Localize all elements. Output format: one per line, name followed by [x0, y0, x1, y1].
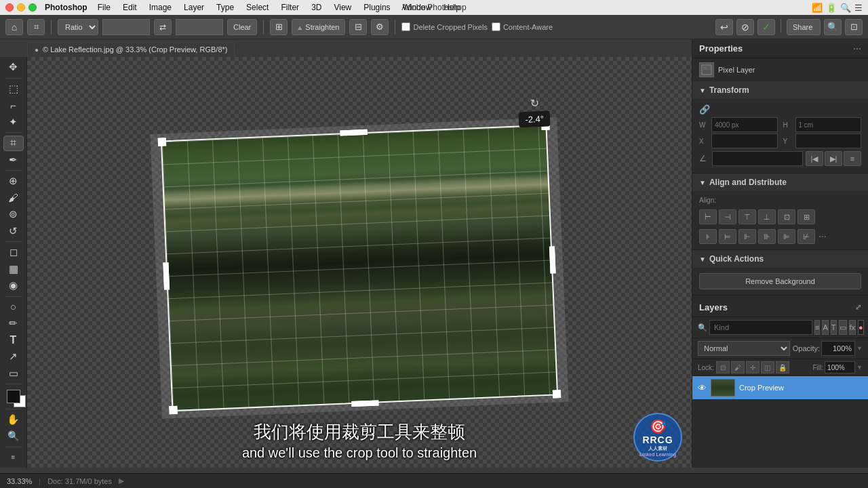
menu-select[interactable]: Select	[241, 1, 273, 14]
prev-frame-btn[interactable]: |◀	[806, 151, 823, 166]
color-swatches[interactable]	[7, 390, 20, 403]
dist-center-h[interactable]: ⊨	[719, 229, 736, 244]
menu-layer[interactable]: Layer	[179, 1, 209, 14]
align-header[interactable]: ▼ Align and Distribute	[692, 174, 868, 191]
pen-tool[interactable]: ✏	[3, 316, 24, 331]
align-bottom-edge[interactable]: ⊞	[797, 209, 815, 224]
next-frame-btn[interactable]: ▶|	[825, 151, 842, 166]
align-right-edge[interactable]: ⊤	[738, 209, 756, 224]
menu-type[interactable]: Type	[212, 1, 239, 14]
lock-position[interactable]: ✛	[746, 361, 760, 373]
straighten-button[interactable]: ⟁ Straighten	[292, 19, 345, 35]
clone-tool[interactable]: ⊚	[3, 207, 24, 222]
transform-header[interactable]: ▼ Transform	[692, 81, 868, 99]
dist-bottom[interactable]: ⊬	[797, 229, 815, 244]
delete-cropped-checkbox[interactable]	[401, 22, 410, 31]
lasso-tool[interactable]: ⌐	[3, 98, 24, 113]
menu-filter[interactable]: Filter	[276, 1, 304, 14]
control-center-icon[interactable]: ☰	[854, 3, 863, 13]
menu-file[interactable]: File	[93, 1, 115, 14]
close-tab-icon[interactable]: ●	[35, 46, 39, 54]
minimize-button[interactable]	[17, 3, 25, 12]
layer-filter-toggle[interactable]: ●	[858, 320, 864, 335]
layer-visibility-icon[interactable]: 👁	[698, 383, 707, 393]
settings-icon[interactable]: ⚙	[371, 19, 389, 35]
height-input[interactable]	[795, 117, 862, 132]
swap-icon[interactable]: ⇄	[154, 19, 172, 35]
layers-expand-icon[interactable]: ⤢	[855, 303, 861, 312]
crop-tool[interactable]: ⌗	[3, 136, 24, 151]
more-frame-btn[interactable]: ≡	[844, 151, 861, 166]
shape-tool[interactable]: ▭	[3, 366, 24, 382]
expand-icon[interactable]: ⋯	[853, 44, 861, 54]
dist-left[interactable]: ⊧	[699, 229, 717, 244]
align-center-h[interactable]: ⊣	[719, 209, 736, 224]
dodge-tool[interactable]: ○	[3, 299, 24, 314]
marquee-tool[interactable]: ⬚	[3, 81, 24, 96]
clear-button[interactable]: Clear	[227, 19, 257, 35]
layer-effect-filter[interactable]: fx	[849, 320, 856, 335]
layer-text-filter[interactable]: T	[831, 320, 837, 335]
layer-type-filter[interactable]: ≡	[814, 320, 820, 335]
canvas-area[interactable]: -2.4° ↻	[27, 57, 692, 468]
layers-search-input[interactable]	[709, 320, 812, 335]
magic-wand-tool[interactable]: ✦	[3, 114, 24, 129]
hand-tool[interactable]: ✋	[3, 412, 24, 428]
delete-cropped-group[interactable]: Delete Cropped Pixels	[401, 22, 487, 31]
menu-image[interactable]: Image	[144, 1, 176, 14]
menu-view[interactable]: View	[329, 1, 356, 14]
ratio-select[interactable]: Ratio	[58, 19, 98, 35]
home-button[interactable]: ⌂	[5, 19, 23, 35]
type-tool[interactable]: T	[3, 332, 24, 348]
layer-shape-filter[interactable]: ▭	[839, 320, 847, 335]
history-brush-tool[interactable]: ↺	[3, 224, 24, 239]
grid-options-icon[interactable]: ⊟	[349, 19, 367, 35]
content-aware-group[interactable]: Content-Aware	[492, 22, 553, 31]
dist-right[interactable]: ⊩	[738, 229, 756, 244]
align-top-edge[interactable]: ⊥	[758, 209, 776, 224]
lock-all[interactable]: 🔒	[776, 361, 789, 373]
menu-3d[interactable]: 3D	[307, 1, 326, 14]
foreground-color[interactable]	[7, 390, 20, 403]
align-center-v[interactable]: ⊡	[778, 209, 795, 224]
blend-mode-select[interactable]: Normal	[698, 341, 790, 356]
dist-center-v[interactable]: ⊫	[778, 229, 795, 244]
blur-tool[interactable]: ◉	[3, 278, 24, 293]
zoom-tool[interactable]: 🔍	[3, 428, 24, 444]
layer-adjust-filter[interactable]: A	[822, 320, 828, 335]
extra-tools-toggle[interactable]: ≡	[3, 449, 24, 465]
align-left-edge[interactable]: ⊢	[699, 209, 717, 224]
ratio-height-input[interactable]	[176, 19, 223, 35]
confirm-crop-icon[interactable]: ✓	[757, 19, 775, 35]
ratio-width-input[interactable]	[102, 19, 150, 35]
menu-plugins[interactable]: Plugins	[359, 1, 395, 14]
fill-input[interactable]	[825, 361, 855, 373]
more-align-btn[interactable]: ···	[817, 229, 828, 244]
layer-item-crop-preview[interactable]: 👁 Crop Preview	[692, 376, 868, 399]
grid-overlay-icon[interactable]: ⊞	[270, 19, 288, 35]
cancel-crop-icon[interactable]: ⊘	[736, 19, 754, 35]
document-tab[interactable]: ● © Lake Reflection.jpg @ 33.3% (Crop Pr…	[27, 42, 235, 57]
maximize-button[interactable]	[28, 3, 37, 12]
path-select-tool[interactable]: ↗	[3, 349, 24, 365]
close-button[interactable]	[5, 3, 14, 12]
canvas-document[interactable]: -2.4° ↻	[150, 117, 568, 419]
content-aware-checkbox[interactable]	[492, 22, 500, 31]
undo-icon[interactable]: ↩	[715, 19, 733, 35]
dist-top[interactable]: ⊪	[758, 229, 776, 244]
discover-button[interactable]: ⊡	[845, 19, 863, 35]
width-input[interactable]	[711, 117, 778, 132]
angle-input[interactable]	[712, 151, 803, 166]
y-input[interactable]	[795, 134, 862, 148]
quick-actions-header[interactable]: ▼ Quick Actions	[692, 250, 868, 268]
eraser-tool[interactable]: ◻	[3, 245, 24, 260]
gradient-tool[interactable]: ▦	[3, 262, 24, 277]
search-button[interactable]: 🔍	[824, 19, 842, 35]
lock-artboard[interactable]: ◫	[761, 361, 774, 373]
x-input[interactable]	[711, 134, 778, 148]
search-sys-icon[interactable]: 🔍	[840, 3, 851, 13]
opacity-input[interactable]	[821, 341, 855, 356]
share-button[interactable]: Share	[787, 19, 821, 35]
crop-tool-icon[interactable]: ⌗	[27, 19, 45, 35]
move-tool[interactable]: ✥	[3, 60, 24, 75]
